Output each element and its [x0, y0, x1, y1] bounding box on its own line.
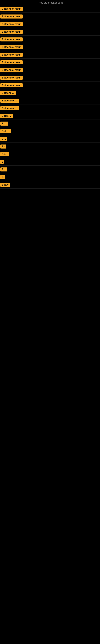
result-row: Bottleneck result [0, 5, 100, 13]
result-row: Bottleneck result [0, 36, 100, 43]
result-row: Bottleneck result [0, 66, 100, 74]
result-row: Bottleneck result [0, 20, 100, 28]
bottleneck-badge[interactable]: Bottleneck result [0, 60, 23, 64]
bottleneck-badge[interactable]: Bottleneck [0, 129, 11, 133]
result-row: Bottleneck result [0, 43, 100, 51]
bottleneck-badge[interactable]: Bottleneck result [0, 45, 23, 49]
result-row: Bottleneck r [0, 112, 100, 120]
bottleneck-badge[interactable]: Bottle [0, 137, 7, 141]
bottleneck-badge[interactable]: Bottleneck result [0, 22, 23, 26]
result-row: Bott [0, 158, 100, 166]
site-title: TheBottlenecker.com [0, 0, 100, 5]
bottleneck-badge[interactable]: Bottleneck result [0, 38, 23, 42]
result-row: Bottle [0, 181, 100, 188]
bottleneck-badge[interactable]: Bottleneck result [0, 83, 23, 87]
result-row: Bottlene [0, 166, 100, 173]
bottleneck-badge[interactable]: Bottleneck result [0, 7, 23, 11]
results-list: Bottleneck resultBottleneck resultBottle… [0, 5, 100, 188]
bottleneck-badge[interactable]: Bottleneck result [0, 30, 23, 34]
bottleneck-badge[interactable]: Bottleneck resul [0, 91, 16, 95]
result-row: Bottleneck result [0, 97, 100, 104]
result-row: Bottleneck result [0, 58, 100, 66]
bottleneck-badge[interactable]: Bottleneck result [0, 98, 19, 103]
result-row: Bottleneck result [0, 74, 100, 82]
bottleneck-badge[interactable]: Bottleneck result [0, 106, 19, 110]
result-row: Bo [0, 143, 100, 150]
bottleneck-badge[interactable]: Bottle [0, 152, 9, 156]
result-row: Bottleneck result [0, 51, 100, 58]
result-row: Bottleneck result [0, 13, 100, 20]
bottleneck-badge[interactable]: Bott [0, 160, 3, 164]
result-row: Bottlen [0, 120, 100, 128]
result-row: Bottleneck result [0, 28, 100, 36]
bottleneck-badge[interactable]: Bottlen [0, 122, 8, 126]
bottleneck-badge[interactable]: Bottle [0, 183, 10, 187]
result-row: Bottleneck result [0, 104, 100, 112]
bottleneck-badge[interactable]: Bottleneck result [0, 14, 23, 18]
result-row: Bottleneck [0, 128, 100, 135]
bottleneck-badge[interactable]: Bottleneck result [0, 53, 23, 57]
result-row: Bottle [0, 150, 100, 158]
bottleneck-badge[interactable]: Bo [0, 144, 6, 148]
bottleneck-badge[interactable]: Bottleneck result [0, 68, 23, 72]
bottleneck-badge[interactable]: Bottleneck r [0, 114, 13, 118]
bottleneck-badge[interactable]: Bottlene [0, 168, 7, 172]
result-row: Bottleneck result [0, 82, 100, 89]
result-row: Bottleneck resul [0, 89, 100, 97]
result-row: B [0, 173, 100, 181]
result-row: Bottle [0, 135, 100, 143]
bottleneck-badge[interactable]: B [0, 175, 5, 179]
bottleneck-badge[interactable]: Bottleneck result [0, 76, 23, 80]
